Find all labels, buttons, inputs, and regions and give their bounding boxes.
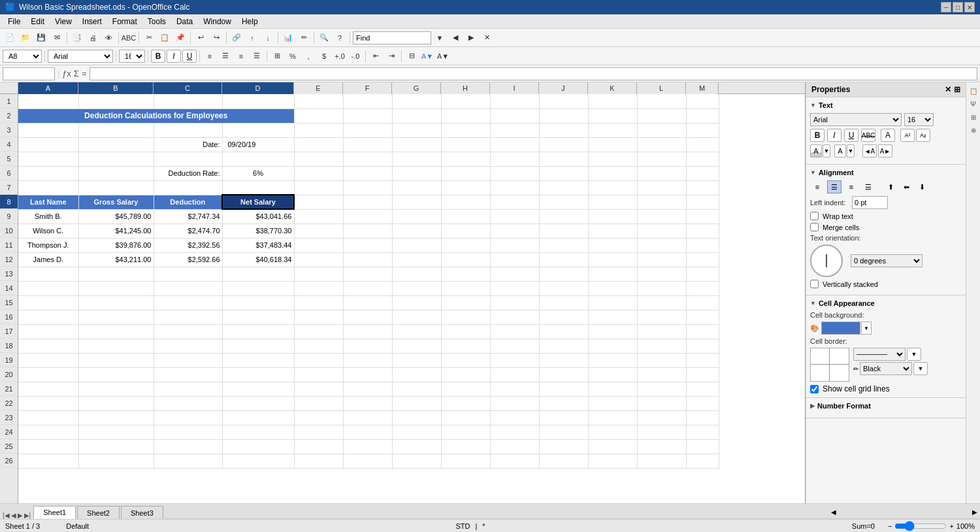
cell-g4[interactable] [392,137,441,152]
cell-i3[interactable] [490,123,539,137]
cell-h4[interactable] [441,137,490,152]
cell-g10[interactable] [392,224,441,238]
cell-g9[interactable] [392,209,441,224]
titlebar-controls[interactable]: ─ □ ✕ [941,2,975,12]
menu-format[interactable]: Format [107,16,142,27]
dec-inc-btn[interactable]: +.0 [333,49,347,63]
find-next-btn[interactable]: ▶ [464,31,478,45]
print-btn[interactable]: 🖨 [86,31,100,45]
font-color-btn[interactable]: A▼ [436,49,450,63]
merge-cells-checkbox[interactable] [810,223,819,231]
zoom-slider[interactable] [894,522,947,530]
menu-edit[interactable]: Edit [25,16,50,27]
cell-l11[interactable] [637,238,686,252]
cell-j11[interactable] [539,238,588,252]
zoom-out-icon[interactable]: − [888,522,892,530]
panel-expand-btn[interactable]: ⊞ [954,85,960,94]
cell-j4[interactable] [539,137,588,152]
font-family-select[interactable]: Arial [810,113,902,126]
cell-g7[interactable] [392,180,441,195]
cell-m2[interactable] [686,108,719,123]
cell-c9[interactable]: $2,747.34 [154,209,222,224]
row-header-24[interactable]: 24 [0,425,18,439]
col-header-i[interactable]: I [490,82,539,94]
orientation-dial[interactable] [810,244,843,277]
cell-border-preview[interactable] [810,348,849,382]
cell-e8[interactable] [294,195,343,209]
cell-b7[interactable] [78,180,154,195]
char-spacing-inc-btn[interactable]: A► [878,144,892,158]
row-header-13[interactable]: 13 [0,267,18,281]
open-btn[interactable]: 📁 [18,31,33,45]
h-align-center-btn[interactable]: ☰ [827,180,841,193]
cell-e5[interactable] [294,152,343,166]
cell-g5[interactable] [392,152,441,166]
font-select[interactable]: Arial [48,50,113,63]
paste-btn[interactable]: 📌 [173,31,188,45]
side-styles-icon[interactable]: Ψ [968,98,979,110]
cell-a8-header[interactable]: Last Name [18,195,78,209]
show-grid-checkbox[interactable] [810,385,819,393]
cell-h2[interactable] [441,108,490,123]
cell-b8-header[interactable]: Gross Salary [78,195,154,209]
cell-g6[interactable] [392,166,441,180]
cell-f2[interactable] [343,108,392,123]
cell-c6-label[interactable]: Deduction Rate: [154,166,222,180]
cell-j1[interactable] [539,94,588,108]
cell-g3[interactable] [392,123,441,137]
cell-d7[interactable] [222,180,294,195]
cell-e1[interactable] [294,94,343,108]
cell-b10[interactable]: $41,245.00 [78,224,154,238]
cell-c3[interactable] [154,123,222,137]
sheet-nav-last[interactable]: ▶| [24,512,31,519]
cell-j9[interactable] [539,209,588,224]
cell-i9[interactable] [490,209,539,224]
alignment-section-header[interactable]: ▼ Alignment [810,169,962,176]
border-line-style-select[interactable]: ────── [853,348,906,361]
menu-window[interactable]: Window [198,16,237,27]
cell-g2[interactable] [392,108,441,123]
chart-btn[interactable]: 📊 [281,31,295,45]
cell-h12[interactable] [441,252,490,267]
cell-f9[interactable] [343,209,392,224]
cell-g1[interactable] [392,94,441,108]
cell-d8-header[interactable]: Net Salary [222,195,294,209]
cell-g11[interactable] [392,238,441,252]
cell-l3[interactable] [637,123,686,137]
find-btn[interactable]: ▼ [433,31,447,45]
row-header-26[interactable]: 26 [0,454,18,468]
dec-dec-btn[interactable]: -.0 [348,49,363,63]
cell-m6[interactable] [686,166,719,180]
cell-f7[interactable] [343,180,392,195]
cell-a6[interactable] [18,166,78,180]
row-header-23[interactable]: 23 [0,410,18,425]
menu-tools[interactable]: Tools [142,16,171,27]
cell-k9[interactable] [588,209,637,224]
cell-l12[interactable] [637,252,686,267]
cell-m10[interactable] [686,224,719,238]
cell-c12[interactable]: $2,592.66 [154,252,222,267]
cell-k3[interactable] [588,123,637,137]
cell-e11[interactable] [294,238,343,252]
cell-g8[interactable] [392,195,441,209]
cell-e3[interactable] [294,123,343,137]
side-gallery-icon[interactable]: ⊞ [968,111,979,123]
cell-a11[interactable]: Thompson J. [18,238,78,252]
menu-data[interactable]: Data [171,16,198,27]
cell-j12[interactable] [539,252,588,267]
bg-color-btn[interactable]: A▼ [420,49,434,63]
cell-l8[interactable] [637,195,686,209]
cell-b5[interactable] [78,152,154,166]
cell-m5[interactable] [686,152,719,166]
minimize-btn[interactable]: ─ [941,2,951,12]
cell-f6[interactable] [343,166,392,180]
cell-f10[interactable] [343,224,392,238]
v-align-top-btn[interactable]: ⬆ [883,180,898,193]
align-right-btn[interactable]: ≡ [234,49,248,63]
cell-f8[interactable] [343,195,392,209]
cell-c8-header[interactable]: Deduction [154,195,222,209]
col-header-h[interactable]: H [441,82,490,94]
wrap-text-checkbox[interactable] [810,212,819,220]
sheet-tab-sheet2[interactable]: Sheet2 [77,506,120,519]
percent-btn[interactable]: % [286,49,300,63]
